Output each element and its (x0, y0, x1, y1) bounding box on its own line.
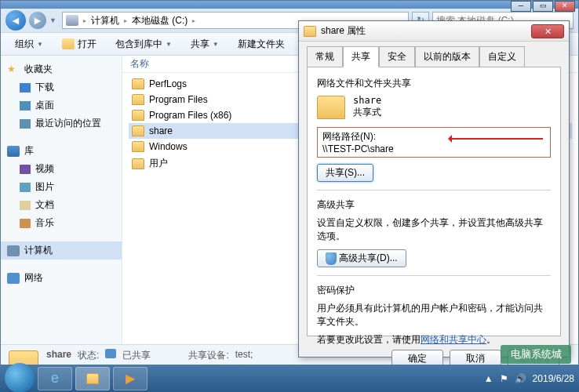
shield-icon (326, 252, 337, 265)
tab-general[interactable]: 常规 (307, 46, 343, 67)
network-sharing-center-link[interactable]: 网络和共享中心 (421, 334, 486, 345)
sidebar-computer[interactable]: 计算机 (1, 241, 122, 260)
sidebar-downloads[interactable]: 下载 (1, 78, 122, 96)
dialog-titlebar: share 属性 ✕ (299, 21, 569, 42)
system-tray: ▲ ⚑ 🔊 2019/6/28 (484, 373, 574, 384)
details-share-device-label: 共享设备: (188, 349, 228, 362)
sidebar-recent[interactable]: 最近访问的位置 (1, 114, 122, 132)
network-path-value: \\TEST-PC\share (322, 143, 545, 154)
dialog-title: share 属性 (321, 24, 366, 38)
download-icon (20, 83, 31, 93)
properties-dialog: share 属性 ✕ 常规 共享 安全 以前的版本 自定义 网络文件和文件夹共享… (298, 20, 570, 358)
organize-button[interactable]: 组织▼ (7, 35, 51, 53)
taskbar-ie-button[interactable]: e (38, 367, 72, 390)
share-with-button[interactable]: 共享▼ (183, 35, 227, 53)
details-name: share (46, 349, 71, 362)
new-folder-button[interactable]: 新建文件夹 (230, 35, 293, 53)
breadcrumb-sep: ▸ (83, 17, 86, 24)
tray-volume-icon[interactable]: 🔊 (515, 373, 526, 384)
drive-icon (66, 15, 78, 26)
minimize-button[interactable]: ─ (511, 1, 531, 12)
advanced-sharing-title: 高级共享 (317, 198, 551, 212)
tab-customize[interactable]: 自定义 (479, 46, 525, 67)
details-share-device-value: test; (235, 349, 253, 362)
taskbar-explorer-button[interactable] (75, 367, 110, 390)
tray-expand-icon[interactable]: ▲ (484, 373, 493, 384)
share-button[interactable]: 共享(S)... (317, 164, 373, 182)
dialog-tabs: 常规 共享 安全 以前的版本 自定义 (299, 42, 569, 67)
sidebar-videos[interactable]: 视频 (1, 160, 122, 178)
network-path-label: 网络路径(N): (322, 130, 545, 143)
media-player-icon: ▶ (126, 371, 135, 386)
folder-icon (132, 94, 144, 105)
folder-large-icon (317, 96, 345, 119)
library-icon (7, 146, 20, 157)
details-status-value: 已共享 (122, 349, 151, 362)
computer-icon (7, 245, 20, 256)
advanced-sharing-button[interactable]: 高级共享(D)... (317, 249, 406, 267)
sidebar-network[interactable]: 网络 (1, 269, 122, 287)
sidebar-favorites[interactable]: ★收藏夹 (1, 60, 122, 78)
taskbar-media-button[interactable]: ▶ (113, 367, 147, 390)
sidebar-desktop[interactable]: 桌面 (1, 96, 122, 114)
watermark: 电脑系统城 (501, 345, 571, 364)
tab-content: 网络文件和文件夹共享 share 共享式 网络路径(N): \\TEST-PC\… (307, 67, 561, 336)
tray-date[interactable]: 2019/6/28 (533, 373, 574, 384)
nav-history-dropdown[interactable]: ▼ (49, 16, 59, 24)
shared-icon (105, 349, 116, 358)
folder-open-icon (62, 38, 75, 49)
open-button[interactable]: 打开 (54, 35, 104, 53)
forward-button[interactable]: ► (29, 12, 46, 29)
share-name: share (353, 95, 381, 106)
tab-security[interactable]: 安全 (379, 46, 415, 67)
details-status-label: 状态: (78, 349, 99, 362)
folder-icon (132, 110, 144, 121)
sidebar-libraries[interactable]: 库 (1, 142, 122, 160)
network-share-title: 网络文件和文件夹共享 (317, 77, 551, 90)
recent-icon (20, 119, 31, 129)
tray-flag-icon[interactable]: ⚑ (500, 373, 508, 384)
breadcrumb-computer[interactable]: 计算机 (91, 14, 119, 27)
back-button[interactable]: ◄ (5, 10, 26, 31)
sidebar-music[interactable]: 音乐 (1, 214, 122, 232)
password-protection-desc: 用户必须具有此计算机的用户帐户和密码，才能访问共享文件夹。 (317, 302, 551, 328)
sidebar-pictures[interactable]: 图片 (1, 178, 122, 196)
sidebar-documents[interactable]: 文档 (1, 196, 122, 214)
network-path-box: 网络路径(N): \\TEST-PC\share (317, 127, 551, 158)
breadcrumb-drive[interactable]: 本地磁盘 (C:) (132, 14, 188, 27)
folder-icon (132, 158, 144, 169)
music-icon (20, 219, 31, 228)
video-icon (20, 165, 31, 174)
sidebar: ★收藏夹 下载 桌面 最近访问的位置 库 视频 图片 文档 音乐 计算机 网络 (1, 56, 122, 344)
desktop-icon (20, 101, 31, 111)
breadcrumb-sep: ▸ (124, 17, 127, 24)
folder-icon (132, 78, 144, 89)
tab-sharing[interactable]: 共享 (343, 46, 379, 67)
annotation-arrow (449, 138, 543, 140)
password-protection-title: 密码保护 (317, 284, 551, 297)
start-button[interactable] (5, 363, 35, 393)
maximize-button[interactable]: ▭ (533, 1, 553, 12)
close-button[interactable]: ✕ (555, 1, 575, 12)
star-icon: ★ (7, 64, 20, 76)
include-library-button[interactable]: 包含到库中▼ (107, 35, 180, 53)
share-status: 共享式 (353, 106, 381, 119)
picture-icon (20, 183, 31, 192)
document-icon (20, 201, 31, 210)
folder-icon (86, 373, 99, 384)
tab-previous-versions[interactable]: 以前的版本 (415, 46, 479, 67)
folder-icon (132, 141, 144, 152)
taskbar: e ▶ ▲ ⚑ 🔊 2019/6/28 (0, 365, 579, 392)
breadcrumb-sep: ▸ (192, 17, 195, 24)
dialog-close-button[interactable]: ✕ (531, 24, 564, 38)
folder-icon (304, 26, 316, 37)
folder-icon (132, 125, 144, 136)
ie-icon: e (51, 370, 59, 387)
advanced-sharing-desc: 设置自定义权限，创建多个共享，并设置其他高级共享选项。 (317, 216, 551, 243)
window-titlebar: ─ ▭ ✕ (1, 1, 578, 9)
network-icon (7, 273, 20, 284)
